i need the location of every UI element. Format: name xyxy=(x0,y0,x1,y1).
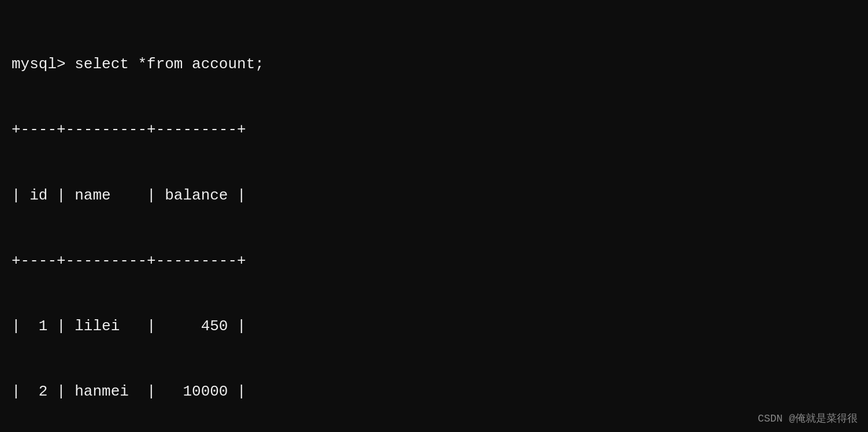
terminal-line-5: | 1 | lilei | 450 | xyxy=(12,316,856,338)
watermark: CSDN @俺就是菜得很 xyxy=(758,411,858,425)
terminal-line-3: | id | name | balance | xyxy=(12,185,856,207)
terminal-output: mysql> select *from account; +----+-----… xyxy=(0,0,868,432)
terminal-line-1: mysql> select *from account; xyxy=(12,54,856,76)
terminal-line-4: +----+---------+---------+ xyxy=(12,250,856,272)
terminal-line-6: | 2 | hanmei | 10000 | xyxy=(12,381,856,403)
terminal-line-2: +----+---------+---------+ xyxy=(12,119,856,141)
